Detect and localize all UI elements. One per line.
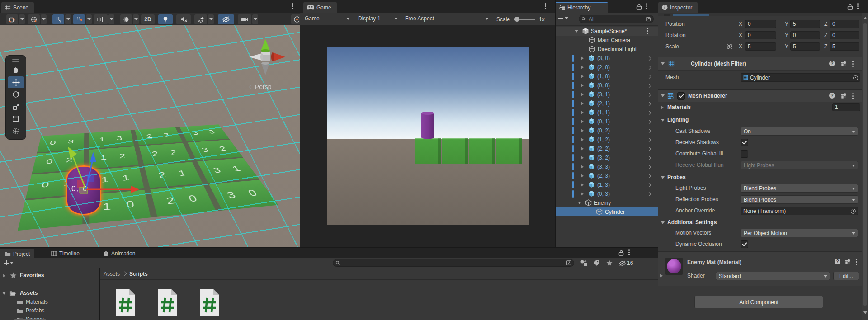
effects-dropdown[interactable] <box>208 14 214 24</box>
hidden-count-button[interactable]: 16 <box>618 260 633 266</box>
hierarchy-item[interactable]: Enemy <box>556 198 658 207</box>
mesh-renderer-menu-icon[interactable] <box>852 95 854 97</box>
probes-foldout[interactable] <box>661 176 665 179</box>
transform-rotation-z-field[interactable]: 0 <box>830 31 859 39</box>
expander-icon[interactable] <box>581 183 584 187</box>
assets-foldout[interactable] <box>2 292 6 295</box>
expander-icon[interactable] <box>581 174 584 178</box>
picker-window-icon[interactable] <box>566 260 571 266</box>
hierarchy-item[interactable]: Cylinder <box>556 207 658 216</box>
hierarchy-item-prefab[interactable]: (2, 2) <box>556 144 658 153</box>
hierarchy-scene-root[interactable]: SampleScene* <box>556 27 658 36</box>
contribute-global-ill-checkbox[interactable] <box>741 150 748 158</box>
material-menu-icon[interactable] <box>856 261 857 263</box>
transform-scale-z-field[interactable]: 5 <box>830 42 859 51</box>
hierarchy-search-input[interactable] <box>588 15 646 23</box>
link-broken-icon[interactable] <box>726 43 733 50</box>
hierarchy-item-prefab[interactable]: (0, 2) <box>556 126 658 135</box>
game-view-dropdown[interactable]: Game <box>305 15 350 22</box>
presets-icon[interactable] <box>840 61 847 66</box>
project-search-input[interactable] <box>342 259 566 267</box>
prefab-open-chevron-icon[interactable] <box>647 93 651 97</box>
scroll-down-icon[interactable] <box>863 311 867 314</box>
platform-tile[interactable]: 2 0 <box>150 185 216 217</box>
hierarchy-item-prefab[interactable]: (1, 2) <box>556 135 658 144</box>
expander-icon[interactable] <box>581 156 584 160</box>
aspect-ratio-dropdown[interactable]: Free Aspect <box>405 15 489 22</box>
tab-inspector[interactable]: Inspector <box>658 2 698 13</box>
audio-toggle-button[interactable] <box>176 14 191 24</box>
handle-orientation-button[interactable] <box>28 14 40 24</box>
hierarchy-item-prefab[interactable]: (1, 1) <box>556 108 658 117</box>
object-picker-icon[interactable] <box>851 209 856 214</box>
prefab-open-chevron-icon[interactable] <box>647 156 651 160</box>
breadcrumb-root[interactable]: Assets <box>104 271 120 277</box>
cut-off-toolbar-button[interactable] <box>291 14 300 24</box>
inspector-scrollbar[interactable] <box>862 13 868 320</box>
platform-tile[interactable]: 2 1 <box>144 162 203 188</box>
scene-root-menu-icon[interactable] <box>647 30 648 32</box>
mesh-renderer-header[interactable]: Mesh Renderer ? <box>658 89 862 102</box>
view-hand-tool-button[interactable] <box>8 64 24 76</box>
prefab-open-chevron-icon[interactable] <box>647 129 651 133</box>
light-probes-dropdown[interactable]: Blend Probes <box>741 184 858 193</box>
game-viewport[interactable] <box>327 47 529 225</box>
help-icon[interactable]: ? <box>829 61 835 66</box>
move-tool-button[interactable] <box>8 76 24 88</box>
hierarchy-item-prefab[interactable]: (1, 3) <box>556 180 658 189</box>
csharp-script-file[interactable] <box>198 289 220 317</box>
presets-icon[interactable] <box>840 93 847 99</box>
scene-visibility-button[interactable] <box>218 14 234 24</box>
mesh-filter-header[interactable]: Cylinder (Mesh Filter) ? <box>658 57 862 71</box>
shading-mode-dropdown[interactable] <box>133 14 139 24</box>
mesh-renderer-enabled-checkbox[interactable] <box>677 92 685 100</box>
grid-visibility-button[interactable] <box>52 14 64 24</box>
scale-slider[interactable] <box>514 19 535 20</box>
receive-shadows-checkbox[interactable] <box>741 139 748 146</box>
transform-scale-y-field[interactable]: 5 <box>790 42 820 51</box>
scene-panel-menu-icon[interactable] <box>292 5 293 7</box>
platform-tile[interactable]: 3 0 <box>209 180 278 211</box>
help-icon[interactable]: ? <box>835 259 840 264</box>
camera-settings-button[interactable] <box>238 14 251 24</box>
expander-icon[interactable] <box>581 147 584 151</box>
hierarchy-item[interactable]: Directional Light <box>556 45 658 54</box>
prefab-open-chevron-icon[interactable] <box>647 84 651 88</box>
transform-position-x-field[interactable]: 0 <box>745 20 776 28</box>
tool-settings-dropdown[interactable] <box>19 14 25 24</box>
transform-position-y-field[interactable]: 5 <box>790 20 820 28</box>
hierarchy-menu-icon[interactable] <box>646 5 647 7</box>
prefab-open-chevron-icon[interactable] <box>647 66 651 70</box>
materials-count-field[interactable]: 1 <box>832 103 860 111</box>
reflection-probes-dropdown[interactable]: Blend Probes <box>741 195 858 204</box>
expander-icon[interactable] <box>581 192 584 196</box>
add-component-button[interactable]: Add Component <box>694 296 823 308</box>
expander-icon[interactable] <box>581 66 584 69</box>
scale-tool-button[interactable] <box>8 101 24 113</box>
hierarchy-lock-icon[interactable] <box>636 4 642 10</box>
hierarchy-item-prefab[interactable]: (2, 0) <box>556 63 658 72</box>
game-panel-menu-icon[interactable] <box>545 5 546 7</box>
inspector-lock-icon[interactable] <box>847 4 853 10</box>
csharp-script-file[interactable] <box>156 289 178 317</box>
prefab-open-chevron-icon[interactable] <box>647 102 651 106</box>
move-gizmo[interactable] <box>59 142 149 201</box>
prefab-open-chevron-icon[interactable] <box>647 111 651 115</box>
inspector-menu-icon[interactable] <box>857 5 859 7</box>
expander-icon[interactable] <box>581 129 584 132</box>
hierarchy-item-prefab[interactable]: (3, 1) <box>556 90 658 99</box>
hierarchy-item-prefab[interactable]: (2, 3) <box>556 171 658 180</box>
expander-icon[interactable] <box>581 93 584 96</box>
expander-icon[interactable] <box>581 138 584 141</box>
snap-toggle-dropdown[interactable] <box>86 14 92 24</box>
hierarchy-item-prefab[interactable]: (1, 0) <box>556 72 658 81</box>
transform-tool-button[interactable] <box>8 125 24 137</box>
hierarchy-item-prefab[interactable]: (0, 1) <box>556 117 658 126</box>
picker-window-icon[interactable] <box>646 16 651 22</box>
snap-toggle-button[interactable] <box>73 14 85 24</box>
lighting-toggle-button[interactable] <box>158 14 173 24</box>
expander-icon[interactable] <box>581 84 584 87</box>
hierarchy-item-prefab[interactable]: (3, 0) <box>556 54 658 63</box>
create-object-button[interactable] <box>558 16 568 21</box>
cast-shadows-dropdown[interactable]: On <box>741 127 858 136</box>
